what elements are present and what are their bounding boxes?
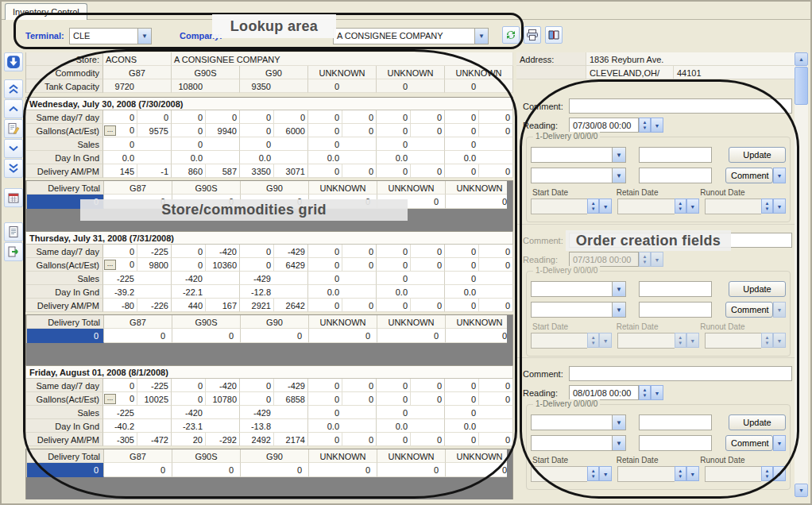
runout-date-dropdown-button[interactable]: ▼	[773, 466, 786, 481]
grid-cell[interactable]: 0	[308, 79, 377, 93]
comment-dropdown-button[interactable]: ▼	[773, 302, 786, 318]
retain-date-dropdown-button[interactable]: ▼	[686, 333, 699, 348]
grid-cell[interactable]: -225	[103, 406, 172, 419]
load-data-button[interactable]	[4, 52, 23, 71]
grid-cell[interactable]: 0	[240, 245, 274, 258]
delivery-amount-input-1[interactable]	[639, 147, 712, 163]
grid-cell[interactable]: 0	[445, 379, 479, 392]
delivery-select-2[interactable]: ▼	[531, 302, 626, 318]
grid-cell[interactable]: 0	[104, 463, 172, 477]
grid-cell[interactable]: 10800	[172, 79, 240, 93]
grid-cell[interactable]: -39.2	[103, 285, 172, 299]
grid-cell[interactable]: -226	[137, 299, 172, 312]
grid-cell[interactable]: 0	[445, 79, 513, 93]
store-name-cell[interactable]: A CONSIGNEE COMPANY	[172, 52, 513, 66]
grid-cell[interactable]: 0	[342, 299, 377, 312]
grid-cell[interactable]: 587	[206, 164, 240, 178]
company-select[interactable]: A CONSIGNEE COMPANY ▼	[333, 28, 489, 44]
grid-cell[interactable]: 2921	[240, 299, 274, 312]
grid-cell[interactable]: 0	[479, 433, 513, 446]
grid-cell[interactable]: 0	[342, 124, 377, 137]
grid-cell[interactable]: 0	[342, 258, 377, 272]
scrollbar-down-arrow[interactable]: ▼	[795, 484, 808, 497]
scroll-up-button[interactable]	[4, 99, 23, 118]
reading-dropdown-button[interactable]: ▼	[651, 385, 663, 400]
grid-cell[interactable]: 0	[445, 137, 513, 151]
grid-cell[interactable]: 0	[172, 258, 206, 272]
grid-cell[interactable]: 0	[377, 299, 411, 312]
retain-date-spinner[interactable]: ▲▼	[675, 466, 686, 481]
grid-cell[interactable]: 0	[411, 124, 445, 137]
grid-cell[interactable]: 0	[103, 110, 137, 124]
grid-cell[interactable]: 0	[342, 110, 377, 124]
commodity-header[interactable]: UNKNOWN	[308, 66, 377, 79]
grid-cell[interactable]: 0	[411, 299, 445, 312]
grid-cell[interactable]: 0	[411, 245, 445, 258]
grid-cell[interactable]: 0	[240, 110, 274, 124]
grid-cell[interactable]: 0	[137, 110, 172, 124]
grid-cell[interactable]: -420	[206, 245, 240, 258]
grid-cell[interactable]: 10025	[137, 392, 172, 406]
grid-cell[interactable]: 0.0	[377, 151, 445, 164]
tab-inventory-control[interactable]: Inventory Control	[5, 3, 87, 20]
grid-cell[interactable]: 0	[342, 245, 377, 258]
chevron-down-icon[interactable]: ▼	[137, 29, 151, 44]
grid-cell[interactable]: 0	[479, 258, 513, 272]
grid-cell[interactable]: 0	[377, 406, 445, 419]
delivery-amount-input-1[interactable]	[639, 414, 712, 430]
reading-input[interactable]: 08/01/08 00:00	[569, 385, 639, 400]
ellipsis-button[interactable]: ...	[104, 260, 116, 270]
grid-cell[interactable]: -305	[103, 433, 137, 446]
ellipsis-button[interactable]: ...	[104, 125, 116, 136]
grid-cell[interactable]: 0	[172, 463, 241, 477]
grid-cell[interactable]: -13.8	[240, 419, 308, 433]
grid-cell[interactable]: 0	[377, 392, 411, 406]
reading-input[interactable]: 07/30/08 00:00	[569, 118, 639, 133]
chevron-down-icon[interactable]: ▼	[612, 148, 625, 162]
grid-cell[interactable]: 9720	[103, 79, 172, 93]
grid-cell[interactable]: -225	[137, 245, 172, 258]
grid-cell[interactable]: 0	[172, 329, 241, 343]
delivery-amount-input-2[interactable]	[639, 435, 712, 451]
reading-input[interactable]: 07/31/08 00:00	[569, 252, 639, 267]
start-date-spinner[interactable]: ▲▼	[587, 199, 599, 214]
grid-cell[interactable]: 0	[172, 137, 240, 151]
grid-cell[interactable]: 9940	[206, 124, 240, 137]
chevron-down-icon[interactable]: ▼	[612, 436, 625, 450]
grid-cell[interactable]: 0	[240, 258, 274, 272]
grid-cell[interactable]: -22.1	[172, 285, 240, 299]
grid-cell[interactable]: 0	[309, 195, 377, 209]
grid-cell[interactable]: 0	[172, 392, 206, 406]
grid-cell[interactable]: 0	[377, 433, 411, 446]
grid-cell[interactable]: -420	[206, 379, 240, 392]
print-button[interactable]	[524, 26, 541, 44]
grid-cell[interactable]: -225	[103, 272, 172, 285]
grid-cell[interactable]: 0	[308, 137, 377, 151]
grid-cell[interactable]: -429	[274, 379, 308, 392]
runout-date-input[interactable]: ▲▼ ▼	[705, 333, 786, 349]
grid-cell[interactable]: 2492	[240, 433, 274, 446]
grid-cell[interactable]: 0	[240, 137, 308, 151]
grid-cell[interactable]: -420	[172, 272, 240, 285]
grid-cell[interactable]: 0	[308, 406, 377, 419]
grid-cell[interactable]: 0.0	[103, 151, 172, 164]
commodity-header[interactable]: G90S	[172, 66, 240, 79]
grid-cell[interactable]: 0	[377, 329, 446, 343]
grid-cell[interactable]: 0	[308, 245, 342, 258]
grid-cell[interactable]: 0	[172, 110, 206, 124]
grid-cell[interactable]: -420	[172, 406, 240, 419]
grid-cell[interactable]: 0	[308, 392, 342, 406]
grid-cell[interactable]: 0	[172, 124, 206, 137]
runout-date-input[interactable]: ▲▼ ▼	[705, 199, 786, 214]
grid-cell[interactable]: 0	[479, 245, 513, 258]
grid-cell[interactable]: 0	[445, 392, 479, 406]
grid-cell[interactable]: 0	[377, 463, 446, 477]
grid-cell[interactable]: -225	[137, 379, 172, 392]
grid-cell[interactable]: 0	[104, 329, 172, 343]
start-date-input[interactable]: ▲▼ ▼	[531, 466, 612, 482]
commodity-header[interactable]: UNKNOWN	[445, 66, 513, 79]
start-date-spinner[interactable]: ▲▼	[587, 466, 599, 481]
comment-dropdown-button[interactable]: ▼	[773, 168, 786, 183]
scroll-down-button[interactable]	[4, 139, 23, 158]
grid-cell[interactable]: 0	[411, 392, 445, 406]
